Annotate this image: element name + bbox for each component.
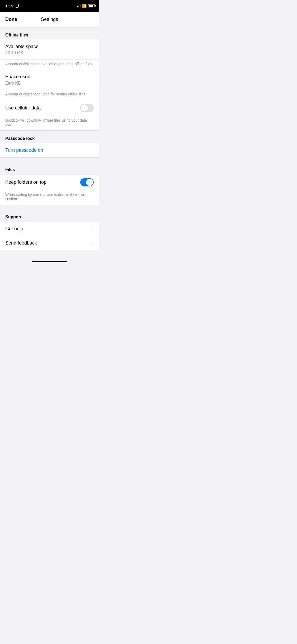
home-bar <box>32 261 67 262</box>
page-title: Settings <box>41 17 58 22</box>
available-space-group: Available space 43.19 GB Amount of disk … <box>0 40 99 131</box>
available-space-value: 43.19 GB <box>5 50 94 56</box>
cellular-data-block: Use cellular data <box>5 105 80 111</box>
keep-folders-description: When sorting by name, place folders in t… <box>0 190 99 205</box>
support-group: Get help › Send feedback › <box>0 222 99 250</box>
get-help-label: Get help <box>5 226 23 232</box>
navigation-bar: Done Settings <box>0 12 99 27</box>
files-group: Keep folders on top When sorting by name… <box>0 174 99 205</box>
support-header: Support <box>0 209 99 222</box>
cellular-data-title: Use cellular data <box>5 105 80 111</box>
cellular-data-row: Use cellular data <box>0 100 99 116</box>
toggle-knob <box>81 104 88 112</box>
keep-folders-title: Keep folders on top <box>5 179 80 185</box>
available-space-block: Available space 43.19 GB <box>5 44 94 56</box>
offline-files-header: Offline files <box>0 27 99 40</box>
status-bar: 1:15 🌙 📶 <box>0 0 99 12</box>
done-button[interactable]: Done <box>5 17 17 22</box>
space-used-row: Space used Zero KB <box>0 70 99 90</box>
keep-folders-toggle[interactable] <box>80 178 94 186</box>
status-left: 1:15 🌙 <box>5 4 19 8</box>
signal-icon <box>76 4 81 7</box>
toggle-knob-folders <box>86 179 93 186</box>
get-help-chevron: › <box>92 226 94 232</box>
send-feedback-chevron: › <box>92 240 94 246</box>
send-feedback-row[interactable]: Send feedback › <box>0 236 99 250</box>
status-right: 📶 <box>76 4 95 8</box>
files-header: Files <box>0 162 99 174</box>
passcode-lock-group: Turn passcode on <box>0 143 99 158</box>
wifi-icon: 📶 <box>82 4 87 8</box>
passcode-lock-header: Passcode lock <box>0 131 99 143</box>
turn-passcode-row: Turn passcode on <box>0 143 99 158</box>
home-indicator <box>0 259 99 268</box>
cellular-data-toggle[interactable] <box>80 104 94 112</box>
available-space-row: Available space 43.19 GB <box>0 40 99 60</box>
turn-passcode-link[interactable]: Turn passcode on <box>5 148 43 153</box>
get-help-row[interactable]: Get help › <box>0 222 99 236</box>
battery-icon <box>88 4 95 7</box>
space-used-title: Space used <box>5 74 94 80</box>
space-used-block: Space used Zero KB <box>5 74 94 86</box>
send-feedback-label: Send feedback <box>5 240 37 246</box>
available-space-description: Amount of disk space available for stori… <box>0 60 99 70</box>
space-used-description: Amount of disk space used for storing of… <box>0 90 99 100</box>
cellular-data-description: Dropbox will download offline files usin… <box>0 116 99 131</box>
status-time: 1:15 <box>5 4 13 8</box>
space-used-value: Zero KB <box>5 81 94 86</box>
keep-folders-row: Keep folders on top <box>0 174 99 190</box>
moon-icon: 🌙 <box>15 4 19 8</box>
keep-folders-block: Keep folders on top <box>5 179 80 185</box>
available-space-title: Available space <box>5 44 94 50</box>
